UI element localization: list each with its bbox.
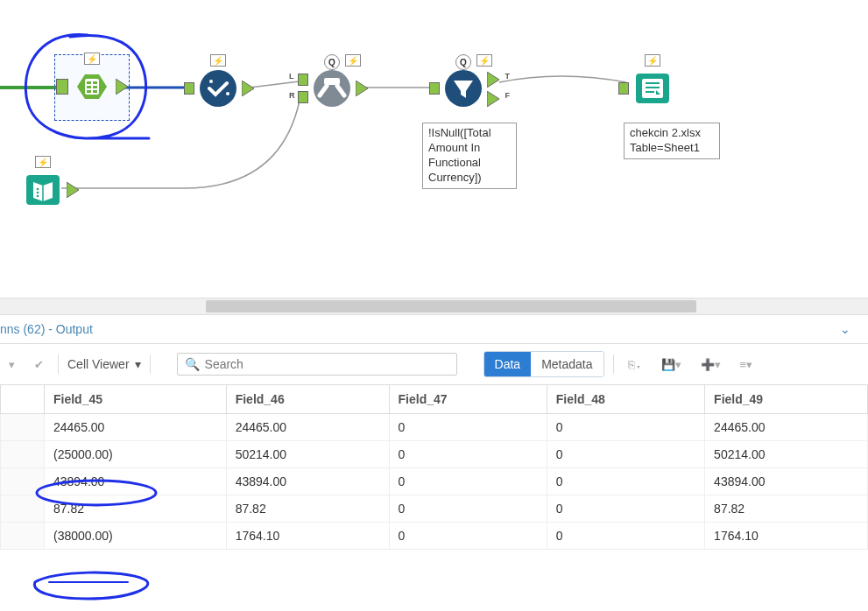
table-cell[interactable]: 1764.10 [705,523,868,550]
table-cell[interactable]: 0 [547,495,704,523]
table-cell[interactable]: (25000.00) [45,441,227,468]
table-header-row: Field_45 Field_46 Field_47 Field_48 Fiel… [1,385,868,414]
q-badge: Q [455,54,471,70]
table-cell[interactable]: (38000.00) [45,523,227,550]
table-row[interactable]: 24465.0024465.000024465.00 [1,414,868,441]
dropdown-button[interactable]: ▾ [4,355,20,374]
input-anchor[interactable] [184,82,194,95]
svg-rect-11 [93,90,97,93]
workflow-canvas[interactable]: ⚡ ⚡ ⚡ Q ⚡ [0,0,868,298]
output-tool[interactable]: ⚡ [629,65,676,112]
output-anchor[interactable] [67,182,79,198]
lightning-icon: ⚡ [345,54,361,67]
svg-point-17 [37,195,39,198]
lightning-icon: ⚡ [35,156,51,168]
search-input-wrapper[interactable]: 🔍 [177,353,457,376]
svg-point-20 [209,80,213,83]
table-cell[interactable]: 0 [389,523,547,550]
f-anchor[interactable] [487,91,499,107]
col-header[interactable]: Field_47 [389,385,547,414]
col-header[interactable]: Field_46 [226,385,389,414]
svg-rect-6 [87,81,91,84]
apply-check-icon[interactable]: ✔ [29,355,49,374]
search-input[interactable] [205,357,449,371]
table-cell[interactable]: 0 [547,414,704,441]
metadata-tab[interactable]: Metadata [531,352,603,376]
results-table[interactable]: Field_45 Field_46 Field_47 Field_48 Fiel… [0,384,868,550]
cell-viewer-label: Cell Viewer [67,357,130,371]
l-anchor[interactable] [298,74,308,86]
table-cell[interactable]: 43894.00 [705,468,868,495]
table-row[interactable]: 87.8287.820087.82 [1,495,868,523]
table-cell[interactable]: 0 [389,495,547,523]
col-header[interactable]: Field_45 [45,385,227,414]
input-data-tool[interactable]: ⚡ [68,63,116,110]
table-row[interactable]: 43894.0043894.000043894.00 [1,468,868,495]
table-cell[interactable]: 0 [547,441,704,468]
table-row[interactable]: (25000.00)50214.000050214.00 [1,441,868,468]
output-anchor[interactable] [116,79,128,95]
l-label: L [289,72,294,81]
data-tab[interactable]: Data [484,352,532,376]
table-cell[interactable]: 0 [547,468,704,495]
table-cell[interactable]: 0 [389,441,547,468]
search-icon: 🔍 [185,357,200,371]
select-tool[interactable]: ⚡ [194,65,242,112]
output-anchor[interactable] [356,81,368,96]
table-cell[interactable]: 43894.00 [226,468,389,495]
copy-icon[interactable]: ⎘▾ [623,355,647,374]
table-cell[interactable]: 1764.10 [226,523,389,550]
table-cell[interactable]: 0 [547,523,704,550]
table-cell[interactable]: 24465.00 [705,414,868,441]
svg-rect-7 [93,81,97,84]
output-anchor[interactable] [242,81,254,96]
filter-tool[interactable]: Q ⚡ T F [440,65,487,112]
scrollbar-thumb[interactable] [206,300,696,313]
input-anchor[interactable] [618,82,629,95]
col-header[interactable]: Field_48 [547,385,704,414]
lightning-icon: ⚡ [210,54,226,67]
svg-point-19 [200,70,236,107]
r-label: R [289,91,295,100]
table-cell[interactable]: 87.82 [705,495,868,523]
table-cell[interactable]: 87.82 [226,495,389,523]
table-row[interactable]: (38000.00)1764.10001764.10 [1,523,868,550]
svg-marker-28 [487,91,499,107]
col-header[interactable]: Field_49 [705,385,868,414]
svg-point-23 [314,70,350,107]
svg-rect-24 [324,78,340,85]
save-icon[interactable]: 💾▾ [656,355,687,374]
table-cell[interactable]: 50214.00 [226,441,389,468]
svg-point-16 [37,192,39,194]
q-badge: Q [324,54,340,70]
r-anchor[interactable] [298,91,308,103]
table-cell[interactable]: 24465.00 [226,414,389,441]
lightning-icon: ⚡ [84,53,100,65]
table-cell[interactable]: 0 [389,414,547,441]
canvas-scrollbar[interactable] [0,298,868,315]
svg-marker-18 [67,182,79,198]
add-icon[interactable]: ➕▾ [695,355,726,374]
user-annotation-oval-2 [26,569,166,607]
t-anchor[interactable] [487,72,499,88]
lightning-icon: ⚡ [476,54,492,67]
f-label: F [505,91,511,100]
input-anchor[interactable] [429,82,440,95]
svg-rect-9 [93,86,97,88]
filter-caption: !IsNull([Total Amount In Functional Curr… [422,123,517,189]
list-icon[interactable]: ≡▾ [735,355,759,374]
collapse-chevron-icon[interactable]: ⌄ [840,322,868,336]
join-tool[interactable]: Q ⚡ L R [308,65,356,112]
results-toolbar: ▾ ✔ Cell Viewer▾ 🔍 Data Metadata ⎘▾ 💾▾ ➕… [0,343,868,384]
data-metadata-toggle[interactable]: Data Metadata [483,351,604,377]
macro-input-tool[interactable]: ⚡ [19,166,67,214]
cell-viewer-dropdown[interactable]: Cell Viewer▾ [67,357,141,371]
table-cell[interactable]: 24465.00 [45,414,227,441]
table-cell[interactable]: 43894.00 [45,468,227,495]
table-cell[interactable]: 50214.00 [705,441,868,468]
table-cell[interactable]: 0 [389,468,547,495]
svg-marker-25 [356,81,368,96]
input-anchor[interactable] [56,79,68,95]
table-cell[interactable]: 87.82 [45,495,227,523]
svg-point-21 [226,92,229,95]
